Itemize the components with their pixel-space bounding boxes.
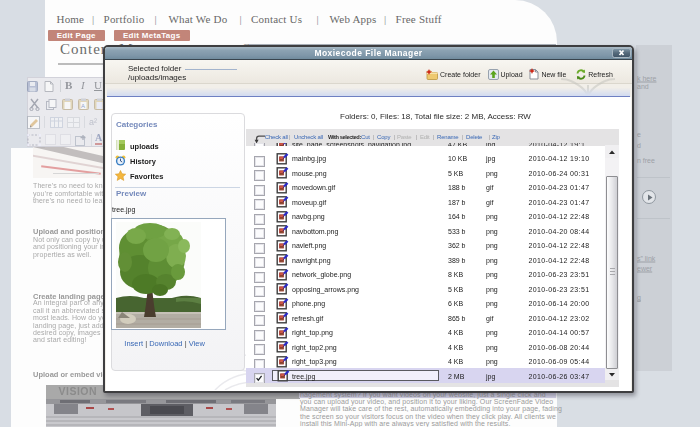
svg-text:A: A — [81, 103, 85, 109]
